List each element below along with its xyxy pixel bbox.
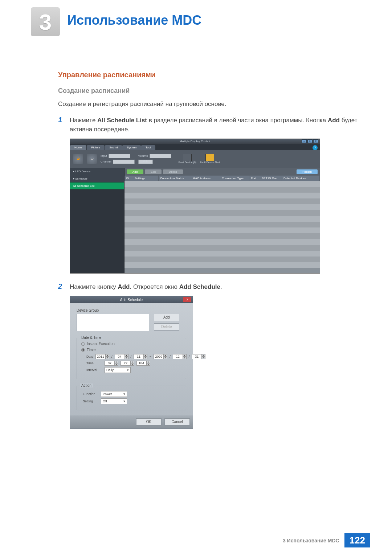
year-from-stepper[interactable]: 2011▲▼ bbox=[95, 354, 109, 359]
value: 31 bbox=[192, 354, 202, 359]
label: Instant Execution bbox=[87, 342, 115, 346]
interval-row: Interval Daily▾ bbox=[86, 367, 181, 373]
input-group: Input Channel bbox=[101, 154, 135, 164]
dialog-body: Device Group Add Delete Date & Time Inst… bbox=[70, 303, 193, 415]
sidebar-item-all-schedule-list[interactable]: All Schedule List bbox=[70, 182, 124, 190]
intro-paragraph: Создание и регистрация расписаний на гру… bbox=[58, 100, 359, 108]
instant-execution-radio[interactable]: Instant Execution bbox=[81, 342, 181, 346]
time-row: Time 07▲▼ 22▲▼ PM▲▼ bbox=[86, 361, 181, 366]
footer-text: 3 Использование MDC bbox=[283, 538, 339, 543]
mute-button[interactable]: Mute bbox=[138, 160, 153, 164]
tab-sound[interactable]: Sound bbox=[105, 145, 122, 150]
monitor-icon bbox=[183, 154, 192, 161]
month-from-stepper[interactable]: 04▲▼ bbox=[115, 354, 128, 359]
mdc-app-screenshot: Multiple Display Control – □ x Home Pict… bbox=[70, 139, 324, 274]
dialog-add-button[interactable]: Add bbox=[154, 314, 179, 321]
section-heading: Управление расписаниями bbox=[58, 71, 359, 79]
tab-picture[interactable]: Picture bbox=[87, 145, 105, 150]
help-icon[interactable]: ? bbox=[313, 145, 318, 150]
day-to-stepper[interactable]: 31▲▼ bbox=[192, 354, 205, 359]
minimize-button[interactable]: – bbox=[302, 139, 307, 143]
radio-icon bbox=[81, 342, 85, 346]
sidebar-item-lfd[interactable]: ▸ LFD Device bbox=[70, 168, 124, 175]
ampm-stepper[interactable]: PM▲▼ bbox=[136, 361, 150, 366]
fieldset-legend: Action bbox=[80, 383, 93, 387]
subsection-heading: Создание расписаний bbox=[58, 87, 359, 95]
channel-label: Channel bbox=[101, 160, 111, 163]
device-group-label: Device Group bbox=[77, 308, 186, 312]
volume-dropdown[interactable] bbox=[150, 154, 171, 158]
slash: / bbox=[170, 355, 171, 358]
value: Daily bbox=[106, 368, 114, 372]
tab-home[interactable]: Home bbox=[70, 145, 86, 150]
month-to-stepper[interactable]: 12▲▼ bbox=[173, 354, 187, 359]
window-title: Multiple Display Control bbox=[180, 140, 210, 143]
interval-label: Interval bbox=[86, 368, 102, 372]
ok-button[interactable]: OK bbox=[136, 418, 162, 426]
day-from-stepper[interactable]: 11▲▼ bbox=[134, 354, 147, 359]
maximize-button[interactable]: □ bbox=[307, 139, 313, 143]
power-on-icon[interactable]: ⏻ bbox=[73, 154, 83, 164]
label: LFD Device bbox=[75, 170, 90, 173]
interval-dropdown[interactable]: Daily▾ bbox=[105, 367, 131, 373]
col-connection-status: Connection Status bbox=[159, 176, 191, 181]
close-icon[interactable]: x bbox=[183, 297, 191, 302]
function-row: Function Power▾ bbox=[83, 391, 181, 397]
cancel-button[interactable]: Cancel bbox=[164, 418, 190, 426]
page-footer: 3 Использование MDC 122 bbox=[283, 533, 370, 547]
setting-dropdown[interactable]: Off▾ bbox=[101, 398, 127, 404]
content-area: Управление расписаниями Создание расписа… bbox=[58, 71, 359, 429]
edit-button[interactable]: Edit bbox=[145, 169, 162, 174]
label: Timer bbox=[87, 348, 96, 352]
datetime-fieldset: Date & Time Instant Execution Timer Date… bbox=[77, 338, 186, 379]
bold: All Schedule List bbox=[97, 117, 147, 124]
label: Schedule bbox=[75, 177, 87, 180]
value: 2099 bbox=[154, 354, 164, 359]
channel-stepper[interactable] bbox=[113, 160, 135, 164]
col-port: Port bbox=[249, 176, 260, 181]
step-number: 2 bbox=[58, 282, 70, 292]
date-label: Date bbox=[86, 355, 93, 358]
add-button[interactable]: Add bbox=[127, 169, 143, 174]
action-bar: Add Edit Delete Pattern bbox=[124, 168, 320, 176]
fault-indicators: Fault Device (0) Fault Device Alert bbox=[179, 154, 220, 164]
fault-alert-indicator: Fault Device Alert bbox=[200, 154, 220, 164]
chapter-badge: 3 bbox=[31, 7, 60, 36]
col-mac-address: MAC Address bbox=[191, 176, 220, 181]
step-text: Нажмите All Schedule List в разделе расп… bbox=[70, 116, 359, 134]
value: 12 bbox=[173, 354, 183, 359]
device-group-list[interactable] bbox=[77, 314, 149, 331]
device-group-buttons: Add Delete bbox=[154, 314, 179, 331]
dialog-delete-button[interactable]: Delete bbox=[154, 323, 179, 331]
label: Fault Device (0) bbox=[179, 161, 196, 164]
value: 04 bbox=[115, 354, 125, 359]
tab-system[interactable]: System bbox=[122, 145, 141, 150]
power-off-icon[interactable]: ⏻ bbox=[87, 154, 97, 164]
col-id: ID bbox=[124, 176, 133, 181]
split-pane: ▸ LFD Device ▾ Schedule All Schedule Lis… bbox=[70, 168, 320, 273]
text: в разделе расписаний в левой части окна … bbox=[147, 117, 328, 124]
value: Power bbox=[103, 392, 112, 396]
year-to-stepper[interactable]: 2099▲▼ bbox=[154, 354, 167, 359]
timer-radio[interactable]: Timer bbox=[81, 348, 181, 352]
sidebar-item-schedule[interactable]: ▾ Schedule bbox=[70, 175, 124, 182]
close-button[interactable]: x bbox=[313, 139, 318, 143]
tab-tool[interactable]: Tool bbox=[141, 145, 155, 150]
radio-icon bbox=[81, 348, 85, 352]
setting-label: Setting bbox=[83, 399, 99, 403]
fieldset-legend: Date & Time bbox=[80, 336, 103, 340]
main-panel: Add Edit Delete Pattern ID Settings Conn… bbox=[124, 168, 320, 273]
pattern-button[interactable]: Pattern bbox=[297, 169, 318, 174]
volume-label: Volume bbox=[138, 154, 148, 157]
sidebar: ▸ LFD Device ▾ Schedule All Schedule Lis… bbox=[70, 168, 124, 273]
delete-button[interactable]: Delete bbox=[163, 169, 183, 174]
divider bbox=[0, 40, 392, 40]
hour-stepper[interactable]: 07▲▼ bbox=[105, 361, 118, 366]
time-label: Time bbox=[86, 361, 102, 365]
function-dropdown[interactable]: Power▾ bbox=[101, 391, 127, 397]
input-label: Input bbox=[101, 154, 107, 157]
minute-stepper[interactable]: 22▲▼ bbox=[121, 361, 134, 366]
input-dropdown[interactable] bbox=[109, 154, 130, 158]
text: . bbox=[220, 283, 222, 290]
window-titlebar: Multiple Display Control – □ x bbox=[70, 139, 320, 144]
